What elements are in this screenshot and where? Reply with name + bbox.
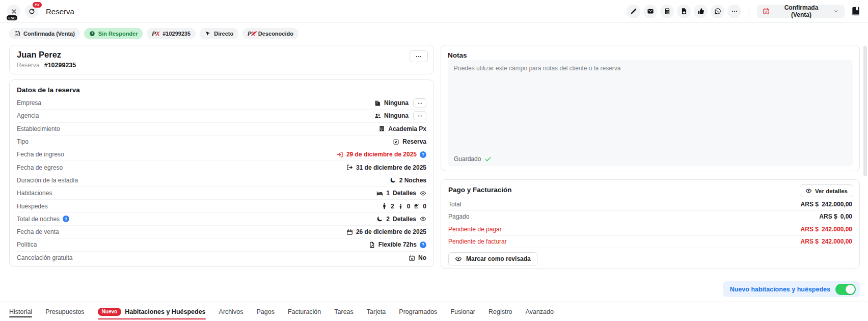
saved-label: Guardado <box>454 155 481 163</box>
stroller-icon <box>413 203 420 209</box>
eye-icon <box>420 216 426 222</box>
detail-row-agencia: Agencia Ninguna <box>17 110 426 122</box>
tab-habitaciones-y-huespedes[interactable]: NuevoHabitaciones y Huéspedes <box>98 302 206 321</box>
notes-input[interactable] <box>448 60 853 166</box>
adult-icon <box>381 203 388 209</box>
help-icon[interactable]: ? <box>420 151 426 158</box>
book-icon <box>851 6 861 16</box>
email-button[interactable] <box>643 5 657 18</box>
badge-directo: Directo <box>200 28 238 39</box>
saved-status: Guardado <box>454 155 492 163</box>
tab-tarjeta[interactable]: Tarjeta <box>367 302 386 321</box>
detail-row-duracion-de-la-estadia: Duración de la estadía 2 Noches <box>17 174 426 187</box>
reservation-id: #10299235 <box>44 62 76 69</box>
like-button[interactable] <box>694 5 708 18</box>
payment-row-pagado: Pagado ARS $0,00 <box>448 211 852 224</box>
calculator-button[interactable] <box>660 5 674 18</box>
status-dropdown-label: Confirmada (Venta) <box>774 4 828 18</box>
px-badge: PX <box>33 2 42 8</box>
tab-historial[interactable]: Historial <box>9 302 32 321</box>
tab-programados[interactable]: Programados <box>399 302 437 321</box>
page-title: Reserva <box>46 7 74 16</box>
client-name: Juan Perez <box>17 50 426 60</box>
tab-registro[interactable]: Registro <box>489 302 512 321</box>
details-title: Datos de la reserva <box>17 86 426 94</box>
px-logo-icon: PX <box>152 31 159 37</box>
client-card: Juan Perez Reserva #10299235 <box>9 45 434 74</box>
pencil-icon <box>630 8 637 15</box>
hotel-icon <box>378 125 385 132</box>
titlebar: ESC PX Reserva Confirmada (Venta) <box>0 0 868 23</box>
nuevo-badge: Nuevo <box>98 308 122 316</box>
docs-button[interactable] <box>851 6 861 16</box>
edit-button[interactable] <box>627 5 640 18</box>
detail-row-empresa: Empresa Ninguna <box>17 97 426 110</box>
tab-pagos[interactable]: Pagos <box>257 302 275 321</box>
users-icon <box>374 113 381 119</box>
detail-row-total-de-noches: Total de noches? 2Detalles <box>17 213 426 226</box>
calendar-check-icon <box>763 8 770 15</box>
whatsapp-button[interactable] <box>711 5 724 18</box>
building-icon <box>374 100 381 106</box>
esc-hint: ESC <box>7 15 17 20</box>
mark-reviewed-button[interactable]: Marcar como revisada <box>448 252 537 265</box>
detail-row-establecimiento: Establecimiento Academia Px <box>17 123 426 136</box>
view-details-button[interactable]: Ver detalles <box>800 184 853 197</box>
notes-card: Notas Guardado <box>441 45 860 171</box>
bed-icon <box>376 190 383 197</box>
ellipsis-icon <box>415 53 422 60</box>
payment-card: Pago y Facturación Ver detalles Total AR… <box>441 179 860 269</box>
feature-toggle-label: Nuevo habitaciones y huéspedes <box>730 286 830 293</box>
payment-title: Pago y Facturación <box>448 186 852 194</box>
px-sync-button[interactable]: PX <box>25 5 38 18</box>
chevron-down-icon <box>833 8 839 14</box>
toggle-knob <box>846 285 855 294</box>
refresh-icon <box>29 8 35 15</box>
whatsapp-icon <box>714 8 721 15</box>
mail-icon <box>647 8 654 15</box>
tab-archivos[interactable]: Archivos <box>219 302 243 321</box>
tab-fusionar[interactable]: Fusionar <box>450 302 475 321</box>
detail-row-cancelacion-gratuita: Cancelación gratuita No <box>17 252 426 264</box>
tab-facturacion[interactable]: Facturación <box>288 302 321 321</box>
tab-tareas[interactable]: Tareas <box>334 302 354 321</box>
file-pen-icon <box>369 242 375 248</box>
badge-confirmada-venta: Confirmada (Venta) <box>9 28 80 39</box>
eye-icon <box>805 188 812 194</box>
close-button[interactable]: ESC <box>7 5 20 18</box>
detail-row-politica: Política Flexible 72hs? <box>17 238 426 251</box>
close-icon <box>11 8 17 15</box>
client-menu-button[interactable] <box>410 50 428 62</box>
detail-row-fecha-de-egreso: Fecha de egreso 31 de diciembre de 2025 <box>17 161 426 174</box>
badge-10299235: PX#10299235 <box>147 28 196 39</box>
booking-icon <box>393 139 399 145</box>
payment-row-pendiente-de-facturar: Pendiente de facturar ARS $242.000,00 <box>448 236 852 249</box>
moon-icon <box>376 216 383 222</box>
dots-icon <box>731 8 738 15</box>
calendar-icon <box>346 229 353 235</box>
scrollbar-thumb[interactable] <box>863 46 867 176</box>
log-in-icon <box>337 151 343 158</box>
divider <box>749 5 749 17</box>
tab-presupuestos[interactable]: Presupuestos <box>45 302 84 321</box>
more-button[interactable] <box>727 5 741 18</box>
add-document-button[interactable] <box>677 5 691 18</box>
help-icon[interactable]: ? <box>63 216 69 222</box>
status-dropdown[interactable]: Confirmada (Venta) <box>757 5 845 18</box>
file-plus-icon <box>681 8 688 15</box>
payment-row-pendiente-de-pagar: Pendiente de pagar ARS $242.000,00 <box>448 223 852 236</box>
detail-row-fecha-de-ingreso: Fecha de ingreso 29 de diciembre de 2025… <box>17 148 426 161</box>
reservation-label: Reserva <box>17 62 40 69</box>
help-icon[interactable]: ? <box>420 242 426 248</box>
badge-sin-responder: Sin Responder <box>84 28 143 39</box>
px-logo-icon: PX <box>248 31 255 37</box>
toggle-switch[interactable] <box>835 284 856 295</box>
calendar-check-icon <box>14 31 20 37</box>
reservation-details-card: Datos de la reserva Empresa Ninguna Agen… <box>9 79 434 267</box>
row-menu-button[interactable] <box>413 98 426 108</box>
dots-icon <box>417 113 423 119</box>
thumbs-up-icon <box>697 8 704 15</box>
tab-avanzado[interactable]: Avanzado <box>526 302 554 321</box>
detail-row-fecha-de-venta: Fecha de venta 26 de diciembre de 2025 <box>17 226 426 238</box>
row-menu-button[interactable] <box>413 111 426 120</box>
